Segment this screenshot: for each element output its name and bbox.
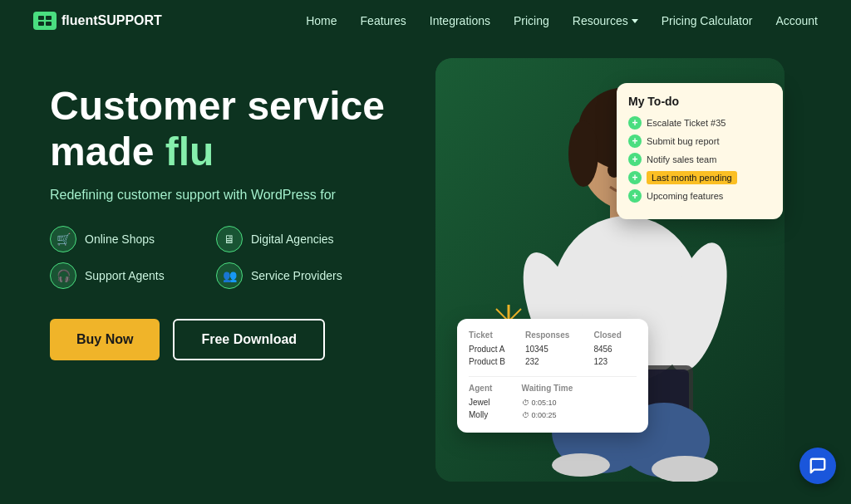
todo-dot-1: + (628, 116, 642, 130)
hero-title: Customer service made flu (50, 83, 449, 174)
nav-resources-dropdown[interactable]: Resources (573, 14, 638, 27)
stats-table: Ticket Responses Closed Product A 10345 … (469, 330, 637, 368)
table-row: Molly ⏱ 0:00:25 (469, 409, 637, 421)
todo-item-4: + Last month pending (628, 171, 771, 184)
table-row: Product A 10345 8456 (469, 343, 637, 355)
nav-integrations[interactable]: Integrations (430, 14, 490, 27)
stats-card: Ticket Responses Closed Product A 10345 … (457, 319, 648, 433)
todo-card-title: My To-do (628, 95, 771, 108)
nav-resources-link[interactable]: Resources (573, 14, 628, 27)
online-shops-icon: 🛒 (50, 226, 76, 252)
hero-right: My To-do + Escalate Ticket #35 + Submit … (449, 66, 818, 499)
support-agents-icon: 🎧 (50, 262, 76, 289)
todo-item-3: + Notify sales team (628, 153, 771, 166)
stats-col-ticket: Ticket (469, 330, 525, 343)
navbar: fluentSUPPORT Home Features Integrations… (0, 0, 851, 42)
service-providers-icon: 👥 (216, 262, 243, 289)
agent-time-badge-2: ⏱ 0:00:25 (522, 411, 637, 419)
todo-item-2: + Submit bug report (628, 135, 771, 148)
feature-digital-agencies: 🖥 Digital Agencies (216, 226, 366, 252)
digital-agencies-icon: 🖥 (216, 226, 243, 252)
logo-text: fluentSUPPORT (61, 13, 162, 28)
todo-item-1: + Escalate Ticket #35 (628, 116, 771, 130)
feature-support-agents: 🎧 Support Agents (50, 262, 199, 289)
table-row: Jewel ⏱ 0:05:10 (469, 396, 637, 409)
agent-time-badge-1: ⏱ 0:05:10 (522, 399, 637, 407)
agent-col-name: Agent (469, 384, 522, 396)
feature-service-providers: 👥 Service Providers (216, 262, 366, 289)
svg-rect-0 (38, 16, 44, 20)
stats-divider (469, 376, 637, 377)
todo-dot-2: + (628, 135, 642, 148)
feature-online-shops: 🛒 Online Shops (50, 226, 199, 252)
stats-col-responses: Responses (525, 330, 594, 343)
logo[interactable]: fluentSUPPORT (33, 12, 162, 30)
chevron-down-icon (632, 19, 638, 23)
feature-grid: 🛒 Online Shops 🖥 Digital Agencies 🎧 Supp… (50, 226, 366, 289)
svg-point-18 (552, 453, 610, 477)
todo-dot-4: + (628, 171, 642, 184)
todo-card: My To-do + Escalate Ticket #35 + Submit … (617, 83, 783, 219)
stats-col-closed: Closed (593, 330, 637, 343)
nav-account[interactable]: Account (775, 14, 818, 27)
svg-point-17 (652, 456, 718, 482)
todo-dot-3: + (628, 153, 642, 166)
nav-links: Home Features Integrations Pricing Resou… (306, 13, 818, 28)
todo-item-5: + Upcoming features (628, 189, 771, 203)
chat-widget-button[interactable] (799, 448, 836, 484)
hero-subtitle: Redefining customer support with WordPre… (50, 188, 449, 203)
clock-icon: ⏱ (522, 399, 529, 407)
clock-icon: ⏱ (522, 411, 529, 419)
agent-col-time: Waiting Time (522, 384, 637, 396)
nav-pricing[interactable]: Pricing (514, 14, 549, 27)
table-row: Product B 232 123 (469, 355, 637, 368)
svg-rect-1 (46, 16, 52, 20)
nav-home[interactable]: Home (306, 14, 337, 27)
agent-table: Agent Waiting Time Jewel ⏱ 0:05:10 (469, 384, 637, 421)
svg-rect-2 (38, 22, 44, 26)
svg-point-7 (568, 120, 598, 187)
cta-buttons: Buy Now Free Download (50, 319, 449, 360)
todo-dot-5: + (628, 189, 642, 203)
logo-icon (33, 12, 57, 30)
nav-pricing-calc[interactable]: Pricing Calculator (662, 14, 753, 27)
svg-rect-3 (46, 22, 52, 26)
nav-features[interactable]: Features (361, 14, 406, 27)
hero-left: Customer service made flu Redefining cus… (50, 66, 449, 360)
hero-section: Customer service made flu Redefining cus… (0, 42, 851, 499)
buy-now-button[interactable]: Buy Now (50, 319, 160, 360)
free-download-button[interactable]: Free Download (173, 319, 325, 360)
